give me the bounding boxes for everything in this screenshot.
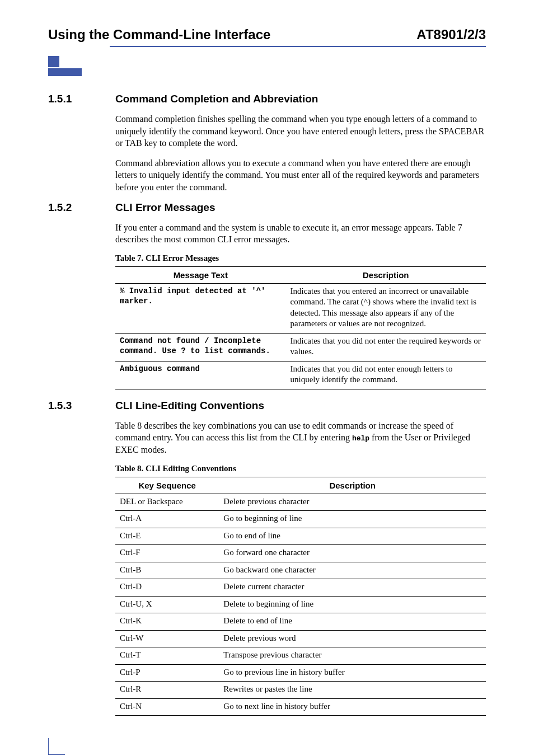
cell-key-sequence: Ctrl-F xyxy=(115,545,219,562)
cell-description: Go to end of line xyxy=(219,528,486,545)
section-number: 1.5.3 xyxy=(48,400,115,412)
table-row: Ctrl-BGo backward one character xyxy=(115,562,486,579)
table-error-messages: Message Text Description % Invalid input… xyxy=(115,266,486,389)
table-row: Ctrl-FGo forward one character xyxy=(115,545,486,562)
header-left: Using the Command-Line Interface xyxy=(48,27,270,43)
table-header: Key Sequence xyxy=(115,477,219,494)
paragraph: Command completion finishes spelling the… xyxy=(115,113,486,149)
cell-description: Delete to end of line xyxy=(219,613,486,631)
cell-description: Go forward one character xyxy=(219,545,486,562)
section-heading-1-5-2: 1.5.2 CLI Error Messages xyxy=(48,201,486,214)
paragraph: Command abbreviation allows you to execu… xyxy=(115,157,486,194)
header-divider xyxy=(110,46,486,47)
table-row: Ambiguous command Indicates that you did… xyxy=(115,361,486,389)
table-header: Description xyxy=(286,266,486,283)
cell-message: Command not found / Incomplete command. … xyxy=(115,333,286,361)
paragraph: Table 8 describes the key combinations y… xyxy=(115,420,486,456)
cell-message: % Invalid input detected at '^' marker. xyxy=(115,283,286,333)
page-header: Using the Command-Line Interface AT8901/… xyxy=(48,27,486,43)
cell-key-sequence: Ctrl-U, X xyxy=(115,596,219,613)
section-title: CLI Line-Editing Conventions xyxy=(115,400,264,412)
section-title: Command Completion and Abbreviation xyxy=(115,93,318,105)
cell-key-sequence: Ctrl-B xyxy=(115,562,219,579)
cell-key-sequence: Ctrl-W xyxy=(115,630,219,647)
cell-description: Rewrites or pastes the line xyxy=(219,682,486,699)
cell-key-sequence: DEL or Backspace xyxy=(115,494,219,511)
cell-key-sequence: Ctrl-K xyxy=(115,613,219,631)
cell-description: Go backward one character xyxy=(219,562,486,579)
table-row: Command not found / Incomplete command. … xyxy=(115,333,486,361)
section-heading-1-5-3: 1.5.3 CLI Line-Editing Conventions xyxy=(48,400,486,412)
cell-description: Go to next line in history buffer xyxy=(219,698,486,716)
table-row: Ctrl-DDelete current character xyxy=(115,579,486,597)
footer-corner-icon xyxy=(48,738,65,755)
section-heading-1-5-1: 1.5.1 Command Completion and Abbreviatio… xyxy=(48,93,486,105)
cell-key-sequence: Ctrl-T xyxy=(115,647,219,665)
cell-description: Indicates that you entered an incorrect … xyxy=(286,283,486,333)
table-caption: Table 8. CLI Editing Conventions xyxy=(115,464,486,473)
table-row: Ctrl-WDelete previous word xyxy=(115,630,486,647)
table-header: Description xyxy=(219,477,486,494)
cell-description: Delete previous word xyxy=(219,630,486,647)
cell-description: Indicates that you did not enter enough … xyxy=(286,361,486,389)
table-header: Message Text xyxy=(115,266,286,283)
table-row: DEL or BackspaceDelete previous characte… xyxy=(115,494,486,511)
cell-key-sequence: Ctrl-P xyxy=(115,664,219,682)
table-row: Ctrl-TTranspose previous character xyxy=(115,647,486,665)
table-row: Ctrl-RRewrites or pastes the line xyxy=(115,682,486,699)
cell-key-sequence: Ctrl-R xyxy=(115,682,219,699)
table-row: % Invalid input detected at '^' marker. … xyxy=(115,283,486,333)
table-caption: Table 7. CLI Error Messages xyxy=(115,253,486,263)
table-row: Ctrl-NGo to next line in history buffer xyxy=(115,698,486,716)
section-number: 1.5.1 xyxy=(48,93,115,105)
cell-description: Indicates that you did not enter the req… xyxy=(286,333,486,361)
cell-description: Go to beginning of line xyxy=(219,511,486,528)
table-row: Ctrl-PGo to previous line in history buf… xyxy=(115,664,486,682)
cell-key-sequence: Ctrl-A xyxy=(115,511,219,528)
header-right: AT8901/2/3 xyxy=(416,27,486,43)
paragraph: If you enter a command and the system is… xyxy=(115,222,486,246)
table-row: Ctrl-U, XDelete to beginning of line xyxy=(115,596,486,613)
cell-description: Delete current character xyxy=(219,579,486,597)
cell-description: Go to previous line in history buffer xyxy=(219,664,486,682)
section-number: 1.5.2 xyxy=(48,201,115,214)
cell-description: Delete previous character xyxy=(219,494,486,511)
inline-code: help xyxy=(352,434,369,443)
cell-key-sequence: Ctrl-N xyxy=(115,698,219,716)
table-row: Ctrl-EGo to end of line xyxy=(115,528,486,545)
cell-message: Ambiguous command xyxy=(115,361,286,389)
cell-key-sequence: Ctrl-E xyxy=(115,528,219,545)
cell-description: Transpose previous character xyxy=(219,647,486,665)
section-title: CLI Error Messages xyxy=(115,201,215,214)
table-row: Ctrl-AGo to beginning of line xyxy=(115,511,486,528)
brand-logo-icon xyxy=(48,56,82,76)
cell-description: Delete to beginning of line xyxy=(219,596,486,613)
table-row: Ctrl-KDelete to end of line xyxy=(115,613,486,631)
cell-key-sequence: Ctrl-D xyxy=(115,579,219,597)
table-editing-conventions: Key Sequence Description DEL or Backspac… xyxy=(115,477,486,716)
